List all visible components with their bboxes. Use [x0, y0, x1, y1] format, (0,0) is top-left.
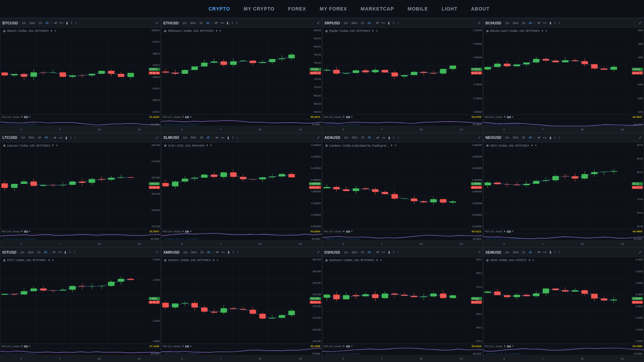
- compare-icon[interactable]: ⇌: [537, 135, 541, 140]
- tf-btn-30m[interactable]: 30m: [189, 21, 197, 25]
- compare-icon[interactable]: ⇌: [376, 135, 380, 140]
- log-icon[interactable]: ⌇: [392, 21, 395, 25]
- indicators-icon[interactable]: ≈≈: [220, 135, 225, 140]
- bar-style-icon[interactable]: ▮: [226, 21, 229, 25]
- tf-btn-1h[interactable]: 1h: [199, 250, 205, 254]
- tf-btn-30m[interactable]: 30m: [512, 21, 520, 25]
- bar-style-icon[interactable]: ▮: [387, 21, 391, 25]
- bar-style-icon[interactable]: ▮: [227, 135, 230, 140]
- indicators-icon[interactable]: ≈≈: [220, 21, 225, 25]
- tf-btn-30m[interactable]: 30m: [27, 135, 36, 140]
- nav-item-mobile[interactable]: MOBILE: [408, 6, 428, 12]
- indicators-icon[interactable]: ≈≈: [542, 135, 547, 140]
- expand-icon[interactable]: ⤢: [317, 21, 320, 25]
- auto-icon[interactable]: ↕: [236, 250, 239, 254]
- tf-btn-1m[interactable]: 1m: [21, 21, 27, 25]
- auto-icon[interactable]: ↕: [75, 21, 78, 25]
- tf-btn-1m[interactable]: 1m: [504, 135, 511, 140]
- tf-btn-4h[interactable]: 4h: [205, 21, 211, 25]
- auto-icon[interactable]: ↕: [397, 135, 400, 140]
- tf-btn-1m[interactable]: 1m: [343, 250, 349, 254]
- tf-btn-30m[interactable]: 30m: [351, 135, 359, 140]
- auto-icon[interactable]: ↕: [73, 250, 76, 254]
- tf-btn-30m[interactable]: 30m: [28, 21, 36, 25]
- tf-btn-4h[interactable]: 4h: [367, 250, 372, 254]
- tf-btn-1m[interactable]: 1m: [182, 250, 189, 254]
- log-icon[interactable]: ⌇: [70, 21, 73, 25]
- indicators-icon[interactable]: ≈≈: [59, 21, 64, 25]
- tf-btn-1h[interactable]: 1h: [38, 21, 43, 25]
- bar-style-icon[interactable]: ▮: [549, 21, 552, 25]
- tf-btn-1h[interactable]: 1h: [521, 250, 526, 254]
- expand-icon[interactable]: ⤢: [478, 250, 481, 254]
- nav-item-light[interactable]: LIGHT: [442, 6, 458, 12]
- tf-btn-1h[interactable]: 1h: [199, 21, 204, 25]
- indicators-icon[interactable]: ≈≈: [221, 250, 226, 254]
- indicators-icon[interactable]: ≈≈: [381, 250, 386, 254]
- expand-icon[interactable]: ⤢: [478, 135, 481, 140]
- auto-icon[interactable]: ↕: [235, 21, 238, 25]
- nav-item-about[interactable]: ABOUT: [471, 6, 490, 12]
- bar-style-icon[interactable]: ▮: [65, 21, 69, 25]
- log-icon[interactable]: ⌇: [69, 135, 72, 140]
- nav-item-crypto[interactable]: CRYPTO: [209, 6, 230, 12]
- log-icon[interactable]: ⌇: [554, 250, 557, 254]
- auto-icon[interactable]: ↕: [236, 135, 239, 140]
- expand-icon[interactable]: ⤢: [155, 250, 159, 254]
- nav-item-mycrypto[interactable]: MY CRYPTO: [244, 6, 274, 12]
- bar-style-icon[interactable]: ▮: [388, 250, 391, 254]
- tf-btn-1m[interactable]: 1m: [504, 250, 511, 254]
- compare-icon[interactable]: ⇌: [52, 250, 56, 254]
- tf-btn-4h[interactable]: 4h: [366, 21, 372, 25]
- indicators-icon[interactable]: ≈≈: [381, 135, 386, 140]
- tf-btn-1h[interactable]: 1h: [37, 135, 42, 140]
- tf-btn-4h[interactable]: 4h: [44, 21, 50, 25]
- indicators-icon[interactable]: ≈≈: [57, 250, 62, 254]
- tf-btn-4h[interactable]: 4h: [367, 135, 372, 140]
- expand-icon[interactable]: ⤢: [478, 21, 481, 25]
- auto-icon[interactable]: ↕: [558, 21, 561, 25]
- auto-icon[interactable]: ↕: [558, 135, 561, 140]
- tf-btn-4h[interactable]: 4h: [528, 21, 533, 25]
- tf-btn-1m[interactable]: 1m: [19, 250, 26, 254]
- compare-icon[interactable]: ⇌: [214, 21, 218, 25]
- tf-btn-30m[interactable]: 30m: [512, 135, 520, 140]
- tf-btn-1m[interactable]: 1m: [20, 135, 26, 140]
- indicators-icon[interactable]: ≈≈: [58, 135, 63, 140]
- tf-btn-1h[interactable]: 1h: [521, 135, 526, 140]
- tf-btn-1m[interactable]: 1m: [342, 21, 349, 25]
- tf-btn-4h[interactable]: 4h: [206, 135, 211, 140]
- bar-style-icon[interactable]: ▮: [227, 250, 230, 254]
- auto-icon[interactable]: ↕: [397, 250, 400, 254]
- nav-item-forex[interactable]: FOREX: [288, 6, 306, 12]
- tf-btn-1m[interactable]: 1m: [504, 21, 511, 25]
- compare-icon[interactable]: ⇌: [215, 250, 219, 254]
- tf-btn-30m[interactable]: 30m: [189, 135, 198, 140]
- tf-btn-4h[interactable]: 4h: [43, 250, 48, 254]
- auto-icon[interactable]: ↕: [558, 250, 561, 254]
- tf-btn-1h[interactable]: 1h: [359, 21, 365, 25]
- auto-icon[interactable]: ↕: [396, 21, 399, 25]
- log-icon[interactable]: ⌇: [554, 21, 557, 25]
- log-icon[interactable]: ⌇: [68, 250, 71, 254]
- log-icon[interactable]: ⌇: [392, 250, 395, 254]
- tf-btn-4h[interactable]: 4h: [44, 135, 49, 140]
- nav-item-myforex[interactable]: MY FOREX: [320, 6, 347, 12]
- tf-btn-1h[interactable]: 1h: [36, 250, 42, 254]
- expand-icon[interactable]: ⤢: [155, 135, 159, 140]
- tf-btn-30m[interactable]: 30m: [190, 250, 198, 254]
- nav-item-marketcap[interactable]: MARKETCAP: [361, 6, 394, 12]
- tf-btn-4h[interactable]: 4h: [528, 250, 533, 254]
- bar-style-icon[interactable]: ▮: [65, 135, 68, 140]
- tf-btn-1m[interactable]: 1m: [181, 21, 188, 25]
- indicators-icon[interactable]: ≈≈: [542, 21, 547, 25]
- auto-icon[interactable]: ↕: [74, 135, 77, 140]
- compare-icon[interactable]: ⇌: [537, 21, 541, 25]
- tf-btn-1h[interactable]: 1h: [360, 250, 365, 254]
- bar-style-icon[interactable]: ▮: [549, 250, 552, 254]
- tf-btn-1h[interactable]: 1h: [360, 135, 366, 140]
- expand-icon[interactable]: ⤢: [639, 135, 642, 140]
- tf-btn-4h[interactable]: 4h: [206, 250, 211, 254]
- compare-icon[interactable]: ⇌: [537, 250, 541, 254]
- compare-icon[interactable]: ⇌: [215, 135, 219, 140]
